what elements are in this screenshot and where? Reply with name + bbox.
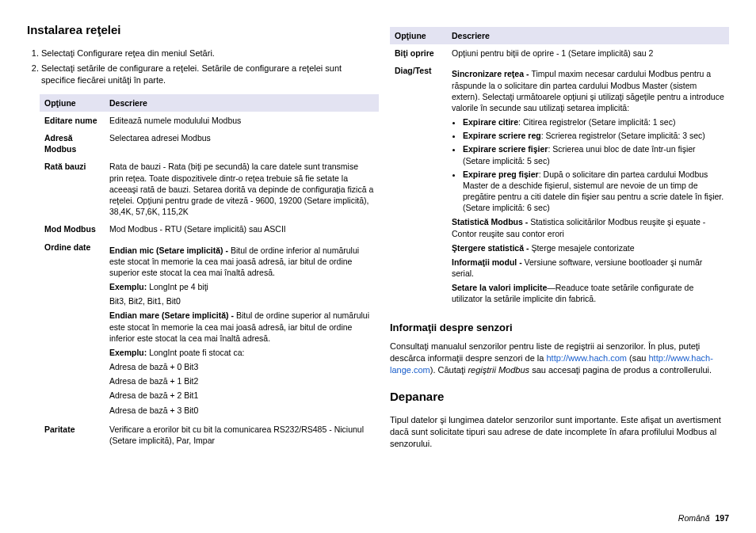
table-header-row: Opţiune Descriere xyxy=(40,94,379,112)
step-1: Selectaţi Configurare reţea din meniul S… xyxy=(41,48,366,59)
options-table-right: Opţiune Descriere Biţi oprire Opţiuni pe… xyxy=(390,27,729,310)
row-editare-nume: Editare nume Editează numele modulului M… xyxy=(40,112,379,129)
cell-val: Verificare a erorilor bit cu bit la comu… xyxy=(105,421,379,449)
endian-mare-label: Endian mare (Setare implicită) - xyxy=(109,310,236,320)
depanare-para: Tipul datelor şi lungimea datelor senzor… xyxy=(390,414,729,450)
addr-line-2: Adresa de bază + 2 Bit1 xyxy=(109,390,374,401)
sync-label: Sincronizare reţea - xyxy=(452,69,531,78)
cell-key: Diag/Test xyxy=(390,62,447,309)
exemplu2-text: LongInt poate fi stocat ca: xyxy=(147,348,244,357)
heading-depanare: Depanare xyxy=(390,389,729,405)
col-optiune: Opţiune xyxy=(390,27,447,44)
heading-instalarea: Instalarea reţelei xyxy=(27,22,366,38)
row-ordine-date: Ordine date Endian mic (Setare implicită… xyxy=(40,238,379,421)
link-hach[interactable]: http://www.hach.com xyxy=(546,353,627,363)
info-label: Informaţii modul - xyxy=(452,257,525,267)
cell-val: Opţiuni pentru biţii de oprire - 1 (Seta… xyxy=(447,44,729,62)
sterg-label: Ştergere statistică - xyxy=(452,243,531,253)
bullet-item: Expirare scriere fişier: Scrierea unui b… xyxy=(463,143,724,166)
document-page: Instalarea reţelei Selectaţi Configurare… xyxy=(0,0,756,533)
cell-key: Ordine date xyxy=(40,238,105,421)
cell-val: Sincronizare reţea - Timpul maxim necesa… xyxy=(447,62,729,309)
addr-line-0: Adresa de bază + 0 Bit3 xyxy=(109,361,374,372)
cell-key: Paritate xyxy=(40,421,105,449)
cell-val: Selectarea adresei Modbus xyxy=(105,129,379,158)
row-biti-oprire: Biţi oprire Opţiuni pentru biţii de opri… xyxy=(390,44,729,62)
options-table-left: Opţiune Descriere Editare nume Editează … xyxy=(40,94,379,449)
row-diag-test: Diag/Test Sincronizare reţea - Timpul ma… xyxy=(390,62,729,309)
sterg-text: Şterge mesajele contorizate xyxy=(531,243,634,253)
cell-key: Editare nume xyxy=(40,112,105,129)
footer-page-number: 197 xyxy=(715,513,729,523)
row-mod-modbus: Mod Modbus Mod Modbus - RTU (Setare impl… xyxy=(40,220,379,238)
heading-senzori: Informaţii despre senzori xyxy=(390,321,729,335)
cell-val: Editează numele modulului Modbus xyxy=(105,112,379,129)
stat-label: Statistică Modbus - xyxy=(452,217,530,227)
diag-bullets: Expirare citire: Citirea registrelor (Se… xyxy=(463,116,724,213)
row-paritate: Paritate Verificare a erorilor bit cu bi… xyxy=(40,421,379,449)
cell-val: Endian mic (Setare implicită) - Bitul de… xyxy=(105,238,379,421)
exemplu2-label: Exemplu: xyxy=(109,348,147,357)
addr-line-3: Adresa de bază + 3 Bit0 xyxy=(109,405,374,416)
bullet-item: Expirare citire: Citirea registrelor (Se… xyxy=(463,116,724,128)
col-descriere: Descriere xyxy=(447,27,729,44)
cell-key: Adresă Modbus xyxy=(40,129,105,158)
step-2: Selectaţi setările de configurare a reţe… xyxy=(41,63,366,86)
install-steps: Selectaţi Configurare reţea din meniul S… xyxy=(27,48,366,86)
two-column-layout: Instalarea reţelei Selectaţi Configurare… xyxy=(27,22,729,454)
cell-key: Rată bauzi xyxy=(40,158,105,220)
exemplu-text: LongInt pe 4 biţi xyxy=(147,282,208,291)
right-column: Opţiune Descriere Biţi oprire Opţiuni pe… xyxy=(390,22,729,454)
cell-val: Rata de bauzi - Rata (biţi pe secundă) l… xyxy=(105,158,379,220)
bullet-item: Expirare preg fişier: După o solicitare … xyxy=(463,169,724,214)
cell-key: Biţi oprire xyxy=(390,44,447,62)
table-header-row: Opţiune Descriere xyxy=(390,27,729,44)
bullet-item: Expirare scriere reg: Scrierea registrel… xyxy=(463,130,724,141)
row-adresa-modbus: Adresă Modbus Selectarea adresei Modbus xyxy=(40,129,379,158)
cell-key: Mod Modbus xyxy=(40,220,105,238)
page-footer: Română 197 xyxy=(678,512,729,523)
col-optiune: Opţiune xyxy=(40,94,105,112)
senzori-para: Consultaţi manualul senzorilor pentru li… xyxy=(390,341,729,376)
registrii-em: regiştrii Modbus xyxy=(468,365,529,375)
row-rata-bauzi: Rată bauzi Rata de bauzi - Rata (biţi pe… xyxy=(40,158,379,220)
reset-label: Setare la valori implicite xyxy=(452,283,547,292)
footer-language: Română xyxy=(678,513,710,523)
addr-line-1: Adresa de bază + 1 Bit2 xyxy=(109,375,374,386)
endian-mic-label: Endian mic (Setare implicită) - xyxy=(109,246,231,255)
exemplu-label: Exemplu: xyxy=(109,282,147,291)
left-column: Instalarea reţelei Selectaţi Configurare… xyxy=(27,22,366,454)
cell-val: Mod Modbus - RTU (Setare implicită) sau … xyxy=(105,220,379,238)
bits-line: Bit3, Bit2, Bit1, Bit0 xyxy=(109,295,374,306)
col-descriere: Descriere xyxy=(105,94,379,112)
